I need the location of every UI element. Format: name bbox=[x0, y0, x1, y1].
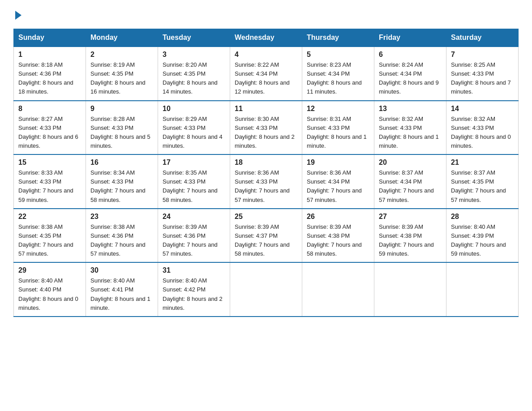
calendar-cell: 4 Sunrise: 8:22 AM Sunset: 4:34 PM Dayli… bbox=[230, 47, 302, 101]
day-info: Sunrise: 8:32 AM Sunset: 4:33 PM Dayligh… bbox=[379, 115, 442, 151]
day-number: 13 bbox=[379, 105, 442, 113]
calendar-cell: 2 Sunrise: 8:19 AM Sunset: 4:35 PM Dayli… bbox=[86, 47, 158, 101]
day-info: Sunrise: 8:39 AM Sunset: 4:38 PM Dayligh… bbox=[379, 223, 442, 259]
day-info: Sunrise: 8:37 AM Sunset: 4:34 PM Dayligh… bbox=[379, 168, 442, 205]
day-info: Sunrise: 8:36 AM Sunset: 4:33 PM Dayligh… bbox=[235, 168, 297, 205]
col-header-monday: Monday bbox=[86, 29, 158, 47]
day-info: Sunrise: 8:36 AM Sunset: 4:34 PM Dayligh… bbox=[307, 168, 369, 205]
day-number: 21 bbox=[451, 158, 514, 167]
calendar-cell: 5 Sunrise: 8:23 AM Sunset: 4:34 PM Dayli… bbox=[302, 47, 374, 101]
calendar-cell: 15 Sunrise: 8:33 AM Sunset: 4:33 PM Dayl… bbox=[14, 154, 86, 209]
calendar-header-row: SundayMondayTuesdayWednesdayThursdayFrid… bbox=[14, 29, 519, 47]
day-info: Sunrise: 8:20 AM Sunset: 4:35 PM Dayligh… bbox=[163, 60, 225, 97]
day-number: 8 bbox=[18, 105, 81, 113]
calendar-cell: 25 Sunrise: 8:39 AM Sunset: 4:37 PM Dayl… bbox=[230, 209, 302, 263]
day-info: Sunrise: 8:19 AM Sunset: 4:35 PM Dayligh… bbox=[90, 60, 153, 97]
calendar-cell: 6 Sunrise: 8:24 AM Sunset: 4:34 PM Dayli… bbox=[374, 47, 446, 101]
calendar-cell: 7 Sunrise: 8:25 AM Sunset: 4:33 PM Dayli… bbox=[446, 47, 519, 101]
calendar-cell: 19 Sunrise: 8:36 AM Sunset: 4:34 PM Dayl… bbox=[302, 154, 374, 209]
calendar-week-row: 1 Sunrise: 8:18 AM Sunset: 4:36 PM Dayli… bbox=[14, 47, 519, 101]
calendar-cell: 20 Sunrise: 8:37 AM Sunset: 4:34 PM Dayl… bbox=[374, 154, 446, 209]
day-number: 20 bbox=[379, 158, 442, 167]
calendar-cell: 31 Sunrise: 8:40 AM Sunset: 4:42 PM Dayl… bbox=[158, 262, 230, 317]
day-number: 16 bbox=[90, 158, 153, 167]
day-number: 12 bbox=[307, 105, 369, 113]
day-info: Sunrise: 8:25 AM Sunset: 4:33 PM Dayligh… bbox=[451, 60, 514, 97]
day-number: 7 bbox=[451, 51, 514, 59]
calendar-cell: 9 Sunrise: 8:28 AM Sunset: 4:33 PM Dayli… bbox=[86, 101, 158, 155]
col-header-sunday: Sunday bbox=[14, 29, 86, 47]
day-number: 9 bbox=[90, 105, 153, 113]
calendar-cell: 18 Sunrise: 8:36 AM Sunset: 4:33 PM Dayl… bbox=[230, 154, 302, 209]
calendar-table: SundayMondayTuesdayWednesdayThursdayFrid… bbox=[13, 29, 519, 317]
day-info: Sunrise: 8:40 AM Sunset: 4:42 PM Dayligh… bbox=[163, 276, 225, 313]
day-info: Sunrise: 8:39 AM Sunset: 4:37 PM Dayligh… bbox=[235, 223, 297, 259]
calendar-cell: 11 Sunrise: 8:30 AM Sunset: 4:33 PM Dayl… bbox=[230, 101, 302, 155]
day-info: Sunrise: 8:31 AM Sunset: 4:33 PM Dayligh… bbox=[307, 115, 369, 151]
col-header-friday: Friday bbox=[374, 29, 446, 47]
day-info: Sunrise: 8:39 AM Sunset: 4:38 PM Dayligh… bbox=[307, 223, 369, 259]
col-header-thursday: Thursday bbox=[302, 29, 374, 47]
calendar-week-row: 29 Sunrise: 8:40 AM Sunset: 4:40 PM Dayl… bbox=[14, 262, 519, 317]
calendar-cell: 14 Sunrise: 8:32 AM Sunset: 4:33 PM Dayl… bbox=[446, 101, 519, 155]
day-info: Sunrise: 8:32 AM Sunset: 4:33 PM Dayligh… bbox=[451, 115, 514, 151]
day-info: Sunrise: 8:38 AM Sunset: 4:35 PM Dayligh… bbox=[18, 223, 81, 259]
logo bbox=[13, 9, 21, 20]
calendar-cell: 23 Sunrise: 8:38 AM Sunset: 4:36 PM Dayl… bbox=[86, 209, 158, 263]
calendar-cell: 3 Sunrise: 8:20 AM Sunset: 4:35 PM Dayli… bbox=[158, 47, 230, 101]
day-number: 15 bbox=[18, 158, 81, 167]
calendar-week-row: 15 Sunrise: 8:33 AM Sunset: 4:33 PM Dayl… bbox=[14, 154, 519, 209]
calendar-cell: 1 Sunrise: 8:18 AM Sunset: 4:36 PM Dayli… bbox=[14, 47, 86, 101]
day-number: 3 bbox=[163, 51, 225, 59]
day-number: 25 bbox=[235, 213, 297, 221]
page-header bbox=[13, 9, 519, 20]
calendar-cell: 12 Sunrise: 8:31 AM Sunset: 4:33 PM Dayl… bbox=[302, 101, 374, 155]
day-info: Sunrise: 8:40 AM Sunset: 4:40 PM Dayligh… bbox=[18, 276, 81, 313]
day-number: 29 bbox=[18, 266, 81, 274]
day-number: 19 bbox=[307, 158, 369, 167]
day-info: Sunrise: 8:38 AM Sunset: 4:36 PM Dayligh… bbox=[90, 223, 153, 259]
calendar-cell: 29 Sunrise: 8:40 AM Sunset: 4:40 PM Dayl… bbox=[14, 262, 86, 317]
calendar-cell: 16 Sunrise: 8:34 AM Sunset: 4:33 PM Dayl… bbox=[86, 154, 158, 209]
day-info: Sunrise: 8:28 AM Sunset: 4:33 PM Dayligh… bbox=[90, 115, 153, 151]
day-number: 17 bbox=[163, 158, 225, 167]
calendar-cell bbox=[446, 262, 519, 317]
calendar-cell bbox=[302, 262, 374, 317]
day-number: 1 bbox=[18, 51, 81, 59]
calendar-week-row: 22 Sunrise: 8:38 AM Sunset: 4:35 PM Dayl… bbox=[14, 209, 519, 263]
col-header-saturday: Saturday bbox=[446, 29, 519, 47]
calendar-week-row: 8 Sunrise: 8:27 AM Sunset: 4:33 PM Dayli… bbox=[14, 101, 519, 155]
day-info: Sunrise: 8:40 AM Sunset: 4:41 PM Dayligh… bbox=[90, 276, 153, 313]
calendar-cell: 22 Sunrise: 8:38 AM Sunset: 4:35 PM Dayl… bbox=[14, 209, 86, 263]
day-number: 28 bbox=[451, 213, 514, 221]
day-info: Sunrise: 8:34 AM Sunset: 4:33 PM Dayligh… bbox=[90, 168, 153, 205]
day-info: Sunrise: 8:39 AM Sunset: 4:36 PM Dayligh… bbox=[163, 223, 225, 259]
day-info: Sunrise: 8:29 AM Sunset: 4:33 PM Dayligh… bbox=[163, 115, 225, 151]
day-number: 24 bbox=[163, 213, 225, 221]
col-header-wednesday: Wednesday bbox=[230, 29, 302, 47]
day-number: 23 bbox=[90, 213, 153, 221]
day-number: 11 bbox=[235, 105, 297, 113]
day-info: Sunrise: 8:37 AM Sunset: 4:35 PM Dayligh… bbox=[451, 168, 514, 205]
day-number: 18 bbox=[235, 158, 297, 167]
col-header-tuesday: Tuesday bbox=[158, 29, 230, 47]
calendar-cell: 21 Sunrise: 8:37 AM Sunset: 4:35 PM Dayl… bbox=[446, 154, 519, 209]
day-number: 6 bbox=[379, 51, 442, 59]
day-number: 30 bbox=[90, 266, 153, 274]
day-info: Sunrise: 8:40 AM Sunset: 4:39 PM Dayligh… bbox=[451, 223, 514, 259]
day-info: Sunrise: 8:23 AM Sunset: 4:34 PM Dayligh… bbox=[307, 60, 369, 97]
day-number: 10 bbox=[163, 105, 225, 113]
day-number: 5 bbox=[307, 51, 369, 59]
day-number: 4 bbox=[235, 51, 297, 59]
calendar-cell: 27 Sunrise: 8:39 AM Sunset: 4:38 PM Dayl… bbox=[374, 209, 446, 263]
calendar-cell: 28 Sunrise: 8:40 AM Sunset: 4:39 PM Dayl… bbox=[446, 209, 519, 263]
day-info: Sunrise: 8:35 AM Sunset: 4:33 PM Dayligh… bbox=[163, 168, 225, 205]
day-number: 14 bbox=[451, 105, 514, 113]
calendar-cell: 24 Sunrise: 8:39 AM Sunset: 4:36 PM Dayl… bbox=[158, 209, 230, 263]
calendar-cell bbox=[374, 262, 446, 317]
day-info: Sunrise: 8:22 AM Sunset: 4:34 PM Dayligh… bbox=[235, 60, 297, 97]
calendar-cell: 13 Sunrise: 8:32 AM Sunset: 4:33 PM Dayl… bbox=[374, 101, 446, 155]
day-info: Sunrise: 8:18 AM Sunset: 4:36 PM Dayligh… bbox=[18, 60, 81, 97]
logo-arrow-icon bbox=[15, 11, 21, 20]
day-number: 26 bbox=[307, 213, 369, 221]
